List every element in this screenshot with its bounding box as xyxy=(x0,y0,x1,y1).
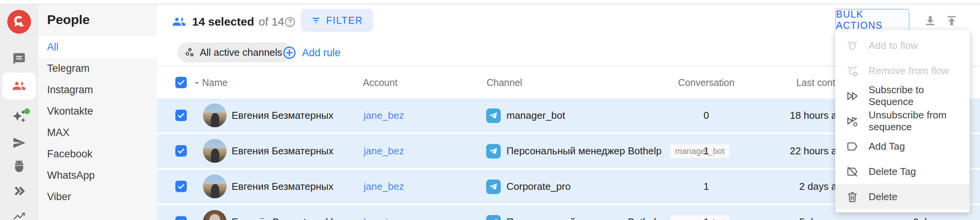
sidebar-item-statistics[interactable] xyxy=(0,205,38,220)
menu-item-label: Delete xyxy=(869,191,897,203)
select-all-checkbox[interactable] xyxy=(175,77,187,88)
trash-icon xyxy=(846,191,859,203)
row-checkbox[interactable] xyxy=(175,145,187,157)
selected-people-icon xyxy=(172,15,186,29)
sidebar-item-people[interactable] xyxy=(2,73,36,99)
telegram-icon xyxy=(486,215,501,220)
person-name: Евгения Безматерных xyxy=(232,99,333,133)
channel-name: Персональный менеджер Bothelp xyxy=(506,216,662,220)
channel-filter-facebook[interactable]: Facebook xyxy=(38,143,157,165)
menu-item-label: Remove from flow xyxy=(869,65,949,77)
check-icon xyxy=(177,218,185,220)
person-name: Евгения Безматерных xyxy=(232,170,333,204)
conversation-count: 1 xyxy=(674,170,739,204)
channels-bubbles-icon xyxy=(184,47,195,58)
send-icon xyxy=(12,136,26,150)
filter-button-label: FILTER xyxy=(326,15,363,26)
row-checkbox[interactable] xyxy=(175,110,187,121)
selection-caret-icon[interactable] xyxy=(192,78,201,87)
menu-item-unsubscribe-sequence[interactable]: Unsubscribe from sequence xyxy=(835,108,970,134)
channel-cell: Corporate_pro xyxy=(486,170,571,204)
column-header-name: Name xyxy=(202,66,228,99)
channel-name: Персональный менеджер Bothelp xyxy=(506,145,662,157)
sidebar-item-broadcasts[interactable] xyxy=(0,132,38,154)
tag-icon xyxy=(846,140,859,153)
double-chevron-icon xyxy=(12,184,26,198)
channel-filter-instagram[interactable]: Instagram xyxy=(38,79,157,100)
people-icon xyxy=(12,79,26,93)
telegram-icon xyxy=(486,144,501,159)
trending-up-icon xyxy=(12,209,26,220)
column-header-channel: Channel xyxy=(487,66,522,99)
bot-flow-remove-icon xyxy=(846,65,859,77)
column-header-account: Account xyxy=(363,66,397,99)
active-channels-chip[interactable]: All active channels xyxy=(177,42,292,62)
logo-chat-bubbles-icon xyxy=(11,13,28,30)
sidebar-item-flows[interactable] xyxy=(0,180,38,202)
avatar xyxy=(203,139,227,163)
sidebar-item-ai[interactable] xyxy=(0,105,38,127)
check-icon xyxy=(177,78,185,87)
last-contact: 18 hours ago xyxy=(746,99,848,133)
filter-icon xyxy=(311,15,321,26)
channel-name: manager_bot xyxy=(506,110,565,121)
bulk-actions-menu: Add to flow Remove from flow xyxy=(835,30,970,212)
plus-circle-icon xyxy=(282,45,297,60)
channel-filter-viber[interactable]: Viber xyxy=(38,186,157,207)
page-title: People xyxy=(47,12,90,27)
bot-icon xyxy=(12,159,26,173)
account-link[interactable]: bez_jane xyxy=(364,205,404,220)
menu-item-label: Delete Tag xyxy=(869,166,916,178)
sidebar-item-bots[interactable] xyxy=(0,155,38,176)
row-checkbox[interactable] xyxy=(175,216,187,220)
conversation-count: 1 xyxy=(674,134,739,168)
conversation-count: 0 xyxy=(674,99,739,133)
app-icon-rail xyxy=(0,5,38,220)
account-link[interactable]: jane_bez xyxy=(364,99,404,133)
account-link[interactable]: jane_bez xyxy=(364,134,404,168)
sidebar-item-chats[interactable] xyxy=(0,48,38,70)
person-name: Evgenija Bezmaternykh xyxy=(232,205,336,220)
last-contact: 22 hours ago xyxy=(746,134,848,168)
selected-total: of 14 xyxy=(259,15,284,28)
filter-button[interactable]: FILTER xyxy=(301,9,373,32)
channel-filter-whatsapp[interactable]: WhatsApp xyxy=(38,165,157,186)
export-download-icon[interactable] xyxy=(923,14,937,28)
check-icon xyxy=(177,147,185,155)
person-name: Евгения Безматерных xyxy=(232,134,333,168)
channel-filter-max[interactable]: MAX xyxy=(38,122,157,143)
chat-icon xyxy=(12,52,26,66)
notification-dot xyxy=(24,108,30,114)
bulk-actions-button[interactable]: BULK ACTIONS xyxy=(835,9,910,31)
row-checkbox[interactable] xyxy=(175,181,187,192)
menu-item-delete[interactable]: Delete xyxy=(835,184,970,209)
telegram-icon xyxy=(486,180,501,194)
menu-item-label: Unsubscribe from sequence xyxy=(869,109,970,133)
bot-flow-icon xyxy=(846,39,859,52)
menu-item-remove-from-flow[interactable]: Remove from flow xyxy=(835,58,970,83)
menu-item-label: Add to flow xyxy=(869,40,918,52)
avatar xyxy=(203,104,227,127)
account-link[interactable]: jane_bez xyxy=(364,170,404,204)
channel-cell: manager_bot xyxy=(486,99,565,133)
column-header-last-contact: Last contact xyxy=(746,66,848,99)
add-rule-button[interactable]: Add rule xyxy=(282,45,341,60)
sequence-remove-icon xyxy=(846,115,859,128)
menu-item-delete-tag[interactable]: Delete Tag xyxy=(835,159,970,184)
channel-filter-telegram[interactable]: Telegram xyxy=(38,58,157,79)
channel-filter-vkontakte[interactable]: Vkontakte xyxy=(38,100,157,122)
channel-filter-all[interactable]: All xyxy=(38,36,157,58)
menu-item-add-to-flow[interactable]: Add to flow xyxy=(835,33,970,58)
channels-sidebar: People All Telegram Instagram Vkontakte … xyxy=(38,5,157,220)
check-icon xyxy=(177,111,185,120)
add-rule-label: Add rule xyxy=(302,47,341,59)
check-icon xyxy=(177,182,185,191)
menu-item-subscribe-sequence[interactable]: Subscribe to Sequence xyxy=(835,83,970,108)
help-icon[interactable] xyxy=(284,16,296,28)
bothelp-logo[interactable] xyxy=(7,10,31,34)
avatar xyxy=(203,175,227,198)
menu-item-add-tag[interactable]: Add Tag xyxy=(835,134,970,159)
import-upload-icon[interactable] xyxy=(945,14,959,28)
tag-slash-icon xyxy=(846,165,859,178)
chip-label: All active channels xyxy=(200,47,282,58)
